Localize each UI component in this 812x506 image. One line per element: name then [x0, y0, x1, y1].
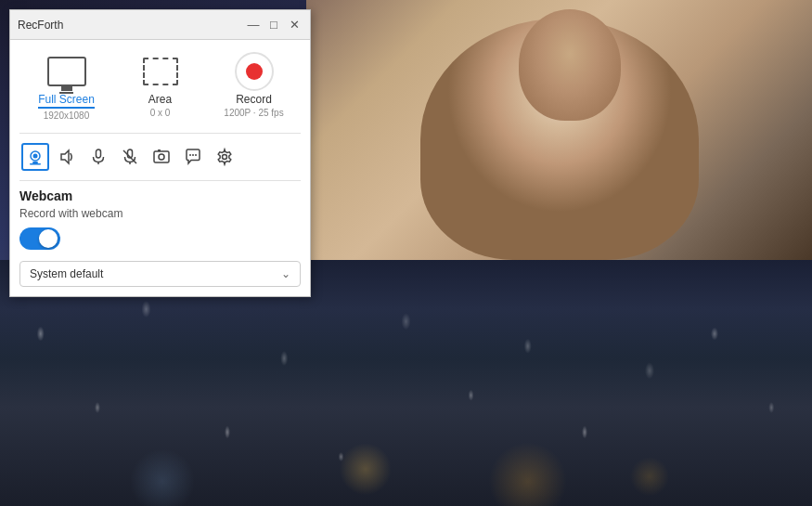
record-icon-container: [233, 54, 275, 89]
webcam-section-subtitle: Record with webcam: [19, 207, 301, 220]
record-options-row: Full Screen 1920x1080 Area 0 x 0 Record: [19, 49, 301, 125]
record-sublabel: 1200P · 25 fps: [224, 108, 283, 118]
maximize-button[interactable]: □: [265, 17, 282, 33]
svg-rect-5: [97, 149, 101, 158]
speaker-toolbar-button[interactable]: [53, 143, 81, 171]
webcam-section-title: Webcam: [19, 188, 301, 203]
svg-point-1: [33, 154, 38, 159]
fullscreen-label: Full Screen: [38, 93, 95, 109]
record-circle: [235, 52, 274, 91]
dropdown-selected-label: System default: [30, 267, 103, 280]
svg-rect-2: [32, 162, 38, 163]
svg-point-15: [195, 154, 197, 156]
window-title: RecForth: [18, 19, 63, 32]
area-sublabel: 0 x 0: [150, 108, 171, 118]
divider-1: [19, 133, 301, 134]
record-dot: [246, 63, 263, 80]
svg-rect-10: [154, 151, 169, 162]
person-preview: [306, 0, 812, 260]
webcam-toolbar-button[interactable]: [21, 143, 49, 171]
fullscreen-icon: [45, 54, 87, 89]
area-option[interactable]: Area 0 x 0: [113, 49, 207, 123]
webcam-toggle[interactable]: [19, 227, 60, 250]
chat-toolbar-button[interactable]: [179, 143, 207, 171]
monitor-shape: [47, 57, 86, 86]
svg-point-11: [159, 154, 164, 160]
screenshot-toolbar-button[interactable]: [148, 143, 175, 171]
area-label: Area: [148, 93, 172, 106]
svg-rect-3: [30, 163, 41, 165]
minimize-button[interactable]: —: [245, 17, 262, 33]
chevron-down-icon: ⌄: [281, 267, 290, 280]
mute-toolbar-button[interactable]: [116, 143, 144, 171]
svg-point-14: [192, 154, 194, 156]
title-bar: RecForth — □ ✕: [10, 10, 310, 40]
fullscreen-sublabel: 1920x1080: [44, 110, 90, 121]
divider-2: [19, 180, 301, 181]
webcam-toggle-container: [19, 227, 301, 250]
webcam-device-dropdown[interactable]: System default ⌄: [19, 261, 301, 287]
close-button[interactable]: ✕: [286, 17, 303, 33]
microphone-toolbar-button[interactable]: [84, 143, 112, 171]
webcam-section: Webcam Record with webcam System default…: [19, 188, 301, 287]
fullscreen-option[interactable]: Full Screen 1920x1080: [19, 49, 113, 125]
svg-marker-4: [61, 150, 69, 163]
svg-point-13: [189, 154, 191, 156]
settings-toolbar-button[interactable]: [211, 143, 238, 171]
app-content: Full Screen 1920x1080 Area 0 x 0 Record: [10, 40, 310, 296]
app-window: RecForth — □ ✕ Full Screen 1920x1080: [9, 9, 311, 297]
toolbar-row: [19, 139, 301, 175]
svg-rect-12: [158, 149, 161, 151]
record-option[interactable]: Record 1200P · 25 fps: [207, 49, 301, 123]
record-label: Record: [236, 93, 272, 106]
area-icon-container: [139, 54, 181, 89]
area-dashed-shape: [143, 58, 178, 85]
window-controls: — □ ✕: [245, 17, 303, 33]
svg-point-16: [223, 155, 227, 160]
